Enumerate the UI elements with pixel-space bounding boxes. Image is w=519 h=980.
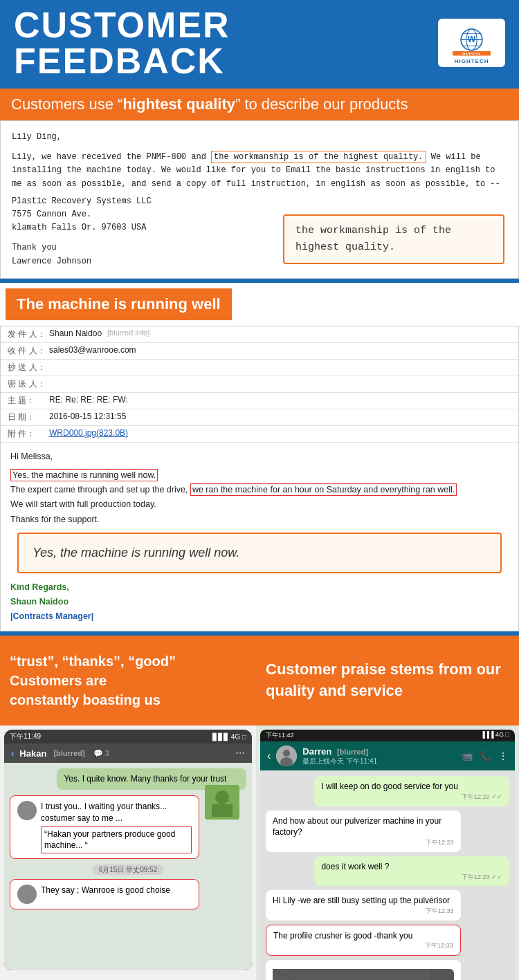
wa-avatar (276, 746, 297, 766)
right-chat-messages: I will keep on do good service for you 下… (260, 770, 515, 980)
left-chat-messages: Yes. I quite know. Many thanks for your … (4, 763, 252, 970)
right-chat-section: 下午11:42 ▐▐▐ 4G □ ‹ Darren [blurred] 最后上线… (256, 725, 519, 980)
right-chat-phone: 下午11:42 ▐▐▐ 4G □ ‹ Darren [blurred] 最后上线… (260, 730, 515, 980)
left-chat-header: ‹ Hakan [blurred] 💬 3 ⋯ (4, 743, 252, 763)
right-chat-header: ‹ Darren [blurred] 最后上线今天 下午11:41 📹 📞 ⋮ (260, 741, 515, 770)
callout-box-1: the workmanship is of the highest qualit… (283, 214, 504, 264)
right-status-bar: 下午11:42 ▐▐▐ 4G □ (260, 730, 515, 741)
avatar-2 (17, 885, 37, 904)
machine-highlight-2: we ran the machine for an hour on Saturd… (190, 483, 457, 496)
email-row-from: 发 件 人： Shaun Naidoo [blurred info] (1, 326, 518, 343)
msg-sent-1: Yes. I quite know. Many thanks for your … (57, 768, 246, 790)
chat-columns: 下午11:49 ▊▊▊ 4G □ ‹ Hakan [blurred] 💬 3 ⋯… (0, 725, 519, 980)
email-row-to: 收 件 人： sales03@wanrooe.com (1, 343, 518, 360)
email-greeting: Lily Ding, (12, 131, 507, 144)
menu-icon[interactable]: ⋯ (235, 748, 245, 759)
logo-box: W WANROOE HIGHTECH (438, 19, 505, 67)
wa-msg-2: And how about our pulverizer machine in … (266, 811, 461, 852)
section1-banner: Customers use “hightest quality” to desc… (0, 89, 519, 120)
section2-banner: The machine is running well (17, 295, 221, 313)
wa-msg-5: The profile crusher is good -thank you 下… (266, 925, 461, 956)
svg-point-9 (215, 791, 229, 804)
avatar (17, 801, 37, 820)
voice-call-icon[interactable]: 📞 (480, 750, 491, 761)
svg-text:W: W (468, 35, 476, 44)
wa-msg-4: Hi Lily -we are still busy setting up th… (266, 890, 461, 920)
msg-received-2: They say ; Wanrooe is good choise (10, 879, 199, 909)
wa-msg-3: does it work well ? 下午12:23 ✓✓ (314, 856, 509, 886)
two-col-banners: “trust”, “thanks”, “good”Customers areco… (0, 636, 519, 725)
email-company: Plastic Recovery Systems LLC (12, 195, 507, 208)
section2-banner-wrapper: The machine is running well (6, 288, 232, 320)
callout-box-2: Yes, the machine is running well now. (17, 533, 502, 573)
section3-right-banner: Customer praise stems from our quality a… (256, 636, 519, 725)
svg-point-12 (283, 750, 290, 757)
email-row-bcc: 密 送 人： (1, 376, 518, 393)
svg-text:WANROOE: WANROOE (462, 52, 481, 55)
email-row-subject: 主 题： RE: Re: RE: RE: FW: (1, 393, 518, 409)
svg-rect-10 (212, 804, 233, 817)
right-banner-text: Customer praise stems from our quality a… (266, 659, 509, 702)
wa-msg-1: I will keep on do good service for you 下… (314, 776, 509, 806)
email-card-2: 发 件 人： Shaun Naidoo [blurred info] 收 件 人… (0, 326, 519, 632)
email-card-1: Lily Ding, Lily, we have received the PN… (0, 120, 519, 279)
left-status-bar: 下午11:49 ▊▊▊ 4G □ (4, 730, 252, 743)
email-body: Lily, we have received the PNMF-800 and … (12, 151, 507, 191)
email-row-attach: 附 件： WRD000.jpg(823.0B) (1, 426, 518, 443)
machine-highlight-1: Yes, the machine is running well now. (10, 469, 158, 481)
section-divider-1 (0, 279, 519, 283)
email-row-date: 日 期： 2016-08-15 12:31:55 (1, 409, 518, 426)
thumbnail (205, 785, 239, 820)
wa-video-msg: ▶ 0:07 下午12:34 (266, 960, 461, 980)
email-body-2: Hi Melissa, Yes, the machine is running … (1, 443, 518, 631)
contact-name: Hakan (19, 748, 46, 759)
wa-back-icon[interactable]: ‹ (267, 750, 271, 762)
video-thumbnail[interactable]: ▶ 0:07 下午12:34 (273, 969, 454, 980)
page-title: CUSTOMER FEEDBACK (14, 7, 438, 79)
left-chat-section: 下午11:49 ▊▊▊ 4G □ ‹ Hakan [blurred] 💬 3 ⋯… (0, 725, 256, 980)
more-options-icon[interactable]: ⋮ (498, 750, 508, 761)
msg-received-1: I trust you.. I waiting your thanks... c… (10, 795, 199, 859)
logo-icon: W WANROOE (453, 21, 491, 59)
msg-date: 6月15日 早丈09:52 (10, 865, 246, 875)
svg-rect-14 (273, 969, 430, 980)
video-call-icon[interactable]: 📹 (461, 750, 473, 761)
section3-left-banner: “trust”, “thanks”, “good”Customers areco… (0, 636, 256, 725)
banner-highlight: hightest quality (122, 95, 235, 113)
email-highlight-text: the workmanship is of the highest qualit… (211, 151, 426, 163)
back-icon[interactable]: ‹ (11, 748, 14, 759)
left-chat-phone: 下午11:49 ▊▊▊ 4G □ ‹ Hakan [blurred] 💬 3 ⋯… (4, 730, 252, 970)
email-row-cc: 抄 送 人： (1, 360, 518, 376)
page-header: CUSTOMER FEEDBACK W WANROOE HIGHTECH (0, 0, 519, 86)
